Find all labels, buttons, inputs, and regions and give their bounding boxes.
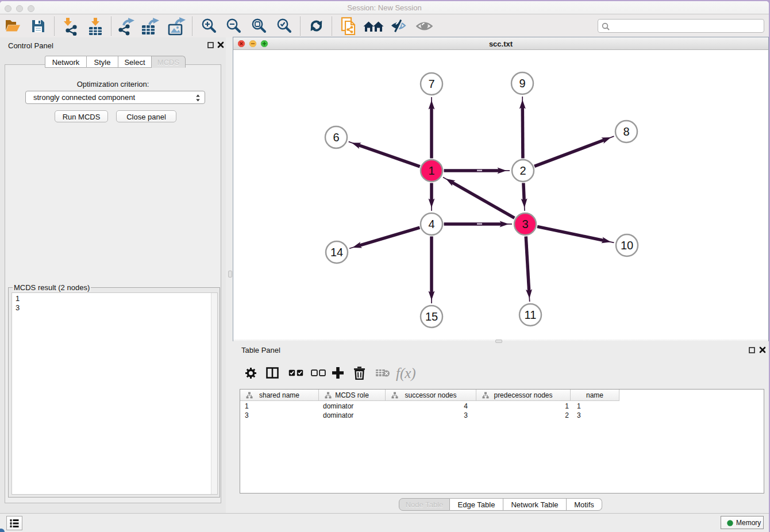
svg-text:9: 9 bbox=[519, 77, 525, 90]
svg-text:10: 10 bbox=[621, 239, 633, 252]
svg-text:11: 11 bbox=[525, 309, 537, 321]
svg-text:4: 4 bbox=[428, 218, 434, 230]
svg-text:15: 15 bbox=[425, 310, 438, 323]
svg-text:8: 8 bbox=[623, 125, 629, 138]
svg-text:1: 1 bbox=[428, 164, 434, 177]
svg-text:7: 7 bbox=[428, 78, 434, 90]
svg-text:6: 6 bbox=[333, 131, 339, 144]
svg-text:14: 14 bbox=[330, 246, 343, 259]
svg-text:2: 2 bbox=[519, 164, 526, 177]
svg-text:3: 3 bbox=[522, 218, 528, 230]
